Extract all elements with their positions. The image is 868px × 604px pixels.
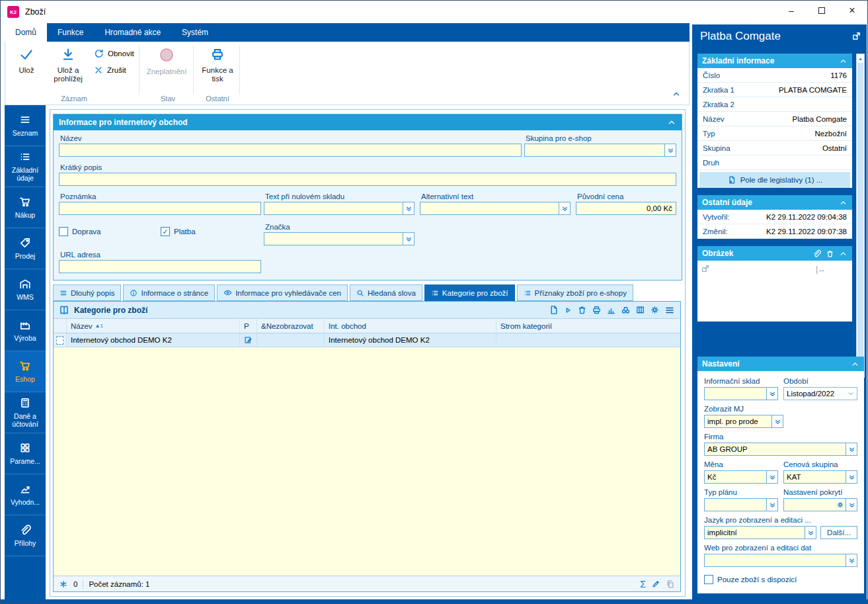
gear-icon[interactable] xyxy=(836,499,846,511)
detail-row[interactable]: Zkratka 2 xyxy=(697,97,852,112)
grid-menu-button[interactable] xyxy=(664,305,675,316)
url-adresa-input[interactable] xyxy=(59,260,261,273)
sidebar-item-prilohy[interactable]: Přílohy xyxy=(5,515,46,556)
ribbon-tab-domu[interactable]: Domů xyxy=(5,23,47,42)
znacka-dropdown[interactable] xyxy=(264,232,414,245)
dropdown-chevron-icon[interactable] xyxy=(403,202,414,214)
invalidate-button[interactable]: Zneplatnění xyxy=(143,42,190,76)
settings-button[interactable] xyxy=(650,305,660,315)
refresh-button[interactable]: Obnovit xyxy=(94,48,134,58)
delete-image-icon[interactable] xyxy=(826,249,834,258)
tab-priznaky-zbozi-pro-eshopy[interactable]: Příznaky zboží pro e-shopy xyxy=(517,284,633,301)
dropdown-chevron-icon[interactable] xyxy=(664,144,676,156)
cell-p[interactable] xyxy=(240,333,257,347)
sidebar-item-parametry[interactable]: Parame... xyxy=(5,433,46,474)
sidebar-item-dane-a-uctovani[interactable]: Daně a účtování xyxy=(5,392,46,433)
detail-row[interactable]: TypNezbožní xyxy=(697,126,852,141)
row-selector-cell[interactable] xyxy=(54,333,67,347)
skupina-eshop-dropdown[interactable] xyxy=(524,144,676,157)
dropdown-chevron-icon[interactable] xyxy=(846,443,857,455)
detail-row[interactable]: NázevPlatba Comgate xyxy=(697,112,852,126)
ribbon-collapse-button[interactable] xyxy=(672,89,681,101)
tab-informace-pro-vyhledavace-cen[interactable]: Informace pro vyhledávače cen xyxy=(217,284,348,301)
ribbon-tab-system[interactable]: Systém xyxy=(171,23,219,42)
nazev-input[interactable] xyxy=(59,144,522,157)
dropdown-chevron-icon[interactable] xyxy=(766,471,777,483)
copy-icon[interactable] xyxy=(666,580,675,589)
mena-dropdown[interactable]: Kč xyxy=(704,470,778,484)
sidebar-item-vyhodnoceni[interactable]: Vyhodn... xyxy=(5,474,46,515)
sidebar-item-zakladni-udaje[interactable]: Základní údaje xyxy=(5,146,46,187)
collapse-chevron-icon[interactable] xyxy=(667,118,676,127)
image-resize-icon[interactable]: |↔ xyxy=(816,265,826,274)
detail-scrollbar[interactable]: ▲ ▼ xyxy=(856,54,865,378)
typ-planu-dropdown[interactable] xyxy=(704,498,778,511)
sidebar-item-seznam[interactable]: Seznam xyxy=(5,105,46,146)
collapse-chevron-icon[interactable] xyxy=(851,360,859,368)
doprava-checkbox[interactable]: Doprava xyxy=(59,227,100,236)
tab-dlouhy-popis[interactable]: Dlouhý popis xyxy=(53,284,121,301)
dropdown-chevron-icon[interactable] xyxy=(771,415,783,427)
kratky-popis-input[interactable] xyxy=(59,173,676,186)
scroll-up-arrow[interactable]: ▲ xyxy=(857,54,864,62)
edit-pencil-icon[interactable] xyxy=(651,580,660,589)
obdobi-select[interactable]: Listopad/2022 xyxy=(783,387,857,400)
firma-dropdown[interactable]: AB GROUP xyxy=(704,443,857,456)
sidebar-item-prodej[interactable]: Prodej xyxy=(5,228,46,269)
minimize-button[interactable]: – xyxy=(776,1,807,21)
dropdown-chevron-icon[interactable] xyxy=(846,554,857,566)
scrollbar-thumb[interactable] xyxy=(857,63,863,368)
web-dropdown[interactable] xyxy=(704,554,857,567)
poznamka-input[interactable] xyxy=(59,202,261,215)
collapse-chevron-icon[interactable] xyxy=(839,249,848,258)
detail-row[interactable]: Zkratka 1PLATBA COMGATE xyxy=(697,83,852,97)
pouze-zbozi-checkbox[interactable]: Pouze zboží s dispozicí xyxy=(704,575,857,584)
maximize-button[interactable] xyxy=(807,1,837,21)
ribbon-tab-funkce[interactable]: Funkce xyxy=(47,23,94,42)
dropdown-chevron-icon[interactable] xyxy=(766,499,777,511)
table-row[interactable]: Internetový obchod DEMO K2 Internetový o… xyxy=(54,333,680,347)
dropdown-chevron-icon[interactable] xyxy=(559,202,570,214)
tab-hledana-slova[interactable]: Hledaná slova xyxy=(350,284,422,301)
popout-button[interactable] xyxy=(851,31,861,43)
columns-button[interactable] xyxy=(635,305,645,315)
sidebar-item-nakup[interactable]: Nákup xyxy=(5,187,46,228)
grid-header-strom-kategorii[interactable]: Strom kategorií xyxy=(496,319,680,333)
functions-print-button[interactable]: Funkce a tisk xyxy=(197,42,238,83)
save-button[interactable]: Ulož xyxy=(9,42,44,75)
ribbon-tab-hromadne-akce[interactable]: Hromadné akce xyxy=(94,23,171,42)
platba-checkbox[interactable]: ✓ Platba xyxy=(161,227,196,236)
detail-row[interactable]: Číslo1176 xyxy=(697,68,852,83)
sidebar-item-vyroba[interactable]: Výroba xyxy=(5,310,46,351)
detail-row[interactable]: Druh xyxy=(697,155,852,170)
chart-button[interactable] xyxy=(606,305,616,315)
sum-icon[interactable]: Σ xyxy=(640,579,646,589)
tab-kategorie-pro-zbozi[interactable]: Kategorie pro zboží xyxy=(424,284,515,301)
dropdown-chevron-icon[interactable] xyxy=(846,471,857,483)
cancel-button[interactable]: Zrušit xyxy=(94,65,126,75)
dalsi-button[interactable]: Další... xyxy=(820,526,857,539)
attach-image-icon[interactable] xyxy=(812,249,821,258)
grid-header-p[interactable]: P xyxy=(240,319,257,333)
puvodni-cena-input[interactable] xyxy=(576,202,676,215)
dropdown-chevron-icon[interactable] xyxy=(766,388,777,400)
collapse-chevron-icon[interactable] xyxy=(839,198,848,207)
tab-informace-o-strance[interactable]: Informace o stránce xyxy=(123,284,215,301)
new-record-button[interactable] xyxy=(549,305,559,315)
cenova-skupina-dropdown[interactable]: KAT xyxy=(783,470,857,484)
sidebar-item-wms[interactable]: WMS xyxy=(5,269,46,310)
dropdown-chevron-icon[interactable] xyxy=(805,527,816,539)
image-preview-area[interactable]: |↔ xyxy=(697,261,852,322)
delete-button[interactable] xyxy=(577,305,587,315)
zobrazit-mj-dropdown[interactable]: impl. pro prode xyxy=(704,415,783,428)
save-and-view-button[interactable]: Ulož a prohlížej xyxy=(45,42,91,83)
collapse-chevron-icon[interactable] xyxy=(839,57,848,65)
close-button[interactable]: × xyxy=(837,1,867,21)
print-button[interactable] xyxy=(592,305,602,315)
text-nulovy-dropdown[interactable] xyxy=(264,202,414,215)
filter-asterisk-icon[interactable] xyxy=(59,580,68,589)
grid-header-nazev[interactable]: Název ▲ 1 xyxy=(67,319,240,333)
pole-dle-legislativy-button[interactable]: Pole dle legislativy (1) ... xyxy=(699,172,850,188)
nastaveni-pokryti-control[interactable] xyxy=(783,498,857,511)
run-button[interactable] xyxy=(563,306,572,315)
